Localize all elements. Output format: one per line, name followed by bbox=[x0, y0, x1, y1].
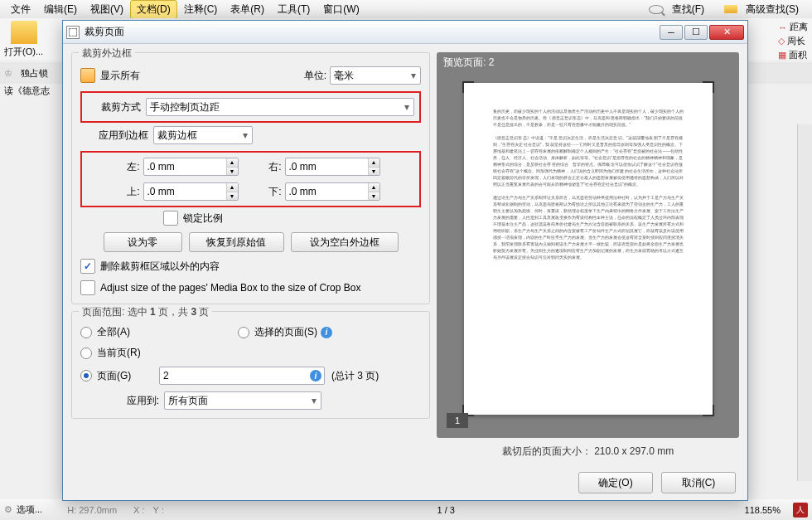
bottom-input[interactable] bbox=[285, 182, 380, 201]
up-arrow[interactable]: ▲ bbox=[368, 183, 379, 192]
info-icon[interactable]: i bbox=[310, 370, 321, 381]
radio-page[interactable] bbox=[80, 370, 92, 381]
up-arrow[interactable]: ▲ bbox=[226, 183, 238, 192]
crop-mode-highlight: 裁剪方式 手动控制页边距 bbox=[80, 91, 421, 123]
tool-distance[interactable]: ↔距离 bbox=[778, 21, 808, 33]
crop-mode-select[interactable]: 手动控制页边距 bbox=[146, 98, 414, 116]
crop-icon bbox=[66, 26, 80, 39]
preview-area: 集的历史，而破少现实的个人的活动以及物质生产活动的历史中人不再是现实的个人，破少… bbox=[437, 73, 739, 438]
options-link[interactable]: 选项... bbox=[17, 503, 42, 516]
maximize-button[interactable]: ☐ bbox=[684, 25, 708, 40]
crown-icon: ♔ bbox=[4, 68, 12, 79]
top-spinner[interactable]: ▲▼ bbox=[143, 182, 239, 201]
menu-form[interactable]: 表单(R) bbox=[224, 0, 271, 19]
set-zero-button[interactable]: 设为零 bbox=[104, 232, 182, 252]
open-icon[interactable] bbox=[11, 21, 37, 44]
radio-all[interactable] bbox=[80, 327, 92, 338]
page-input[interactable] bbox=[159, 367, 325, 385]
tool-perimeter[interactable]: ◇周长 bbox=[778, 35, 808, 47]
total-pages-label: (总计 3 页) bbox=[331, 369, 379, 383]
right-label: 右: bbox=[263, 160, 282, 174]
right-spinner[interactable]: ▲▼ bbox=[285, 158, 380, 176]
scrollbar[interactable] bbox=[797, 124, 812, 481]
dialog-title: 裁剪页面 bbox=[85, 25, 660, 39]
info-icon[interactable]: i bbox=[321, 327, 332, 338]
unit-select[interactable]: 毫米 bbox=[330, 66, 421, 85]
page-number-label: 1 bbox=[447, 413, 468, 428]
radio-selected[interactable] bbox=[238, 327, 249, 338]
down-arrow[interactable]: ▼ bbox=[368, 192, 379, 201]
top-input[interactable] bbox=[143, 182, 239, 201]
height-readout: H: 297.0mm bbox=[67, 505, 117, 515]
top-label: 上: bbox=[122, 185, 140, 199]
page-range-group: 页面范围: 选中 1 页，共 3 页 全部(A) 选择的页面(S) i 当 bbox=[71, 311, 430, 419]
dialog-titlebar[interactable]: 裁剪页面 ─ ☐ ✕ bbox=[63, 21, 747, 44]
bottom-label: 下: bbox=[263, 185, 282, 199]
left-input[interactable] bbox=[143, 158, 239, 176]
blank-margin-button[interactable]: 设为空白外边框 bbox=[291, 232, 399, 252]
tool-area[interactable]: ▦面积 bbox=[778, 49, 808, 61]
apply-to-label: 应用到: bbox=[80, 394, 159, 408]
left-spinner[interactable]: ▲▼ bbox=[143, 158, 239, 176]
crop-mode-label: 裁剪方式 bbox=[87, 100, 141, 114]
radio-page-label: 页面(G) bbox=[97, 369, 131, 383]
range-title: 页面范围: 选中 1 页，共 3 页 bbox=[79, 305, 212, 319]
x-label: X : bbox=[133, 505, 144, 515]
delete-outside-checkbox[interactable] bbox=[80, 259, 95, 274]
menu-window[interactable]: 窗口(W) bbox=[317, 0, 365, 19]
lock-ratio-checkbox[interactable] bbox=[163, 211, 178, 226]
show-all-checkbox[interactable] bbox=[80, 68, 95, 83]
crop-size-label: 裁切后的页面大小： 210.0 x 297.0 mm bbox=[437, 438, 739, 459]
menu-comment[interactable]: 注释(C) bbox=[177, 0, 225, 19]
doc-tab[interactable]: 读《德意志 bbox=[4, 85, 50, 97]
preview-header: 预览页面: 2 bbox=[437, 52, 739, 73]
down-arrow[interactable]: ▼ bbox=[226, 192, 238, 201]
left-label: 左: bbox=[122, 160, 140, 174]
up-arrow[interactable]: ▲ bbox=[226, 158, 238, 168]
apply-to-select[interactable]: 所有页面 bbox=[164, 391, 321, 410]
radio-all-label: 全部(A) bbox=[97, 325, 130, 339]
menu-edit[interactable]: 编辑(E) bbox=[37, 0, 84, 19]
apply-bbox-select[interactable]: 裁剪边框 bbox=[153, 126, 253, 144]
close-button[interactable]: ✕ bbox=[709, 25, 744, 40]
menu-document[interactable]: 文档(D) bbox=[130, 0, 177, 19]
crop-handle-tl[interactable] bbox=[462, 81, 474, 93]
down-arrow[interactable]: ▼ bbox=[226, 168, 238, 176]
search-icon bbox=[649, 5, 664, 14]
unit-label: 单位: bbox=[304, 69, 326, 83]
page-indicator[interactable]: 1 / 3 bbox=[437, 505, 454, 515]
open-label[interactable]: 打开(O)... bbox=[4, 46, 43, 58]
crop-handle-tr[interactable] bbox=[703, 81, 714, 93]
crop-handle-br[interactable] bbox=[703, 405, 714, 416]
minimize-button[interactable]: ─ bbox=[660, 25, 683, 40]
up-arrow[interactable]: ▲ bbox=[368, 158, 379, 168]
page-preview[interactable]: 集的历史，而破少现实的个人的活动以及物质生产活动的历史中人不再是现实的个人，破少… bbox=[464, 83, 713, 415]
zoom-readout[interactable]: 118.55% bbox=[745, 505, 781, 515]
apply-bbox-label: 应用到边框 bbox=[99, 129, 148, 143]
adjust-media-checkbox[interactable] bbox=[80, 280, 95, 295]
pdf-icon: 人 bbox=[793, 503, 808, 518]
crop-margins-group: 裁剪外边框 显示所有 单位: 毫米 裁剪方式 手动控制页边距 bbox=[71, 52, 430, 304]
page-content: 集的历史，而破少现实的个人的活动以及物质生产活动的历史中人不再是现实的个人，破少… bbox=[493, 108, 684, 260]
right-tools: ↔距离 ◇周长 ▦面积 bbox=[778, 21, 808, 61]
menu-tools[interactable]: 工具(T) bbox=[271, 0, 317, 19]
down-arrow[interactable]: ▼ bbox=[368, 168, 379, 176]
ok-button[interactable]: 确定(O) bbox=[578, 472, 653, 493]
crop-dialog: 裁剪页面 ─ ☐ ✕ 裁剪外边框 显示所有 单位: 毫米 bbox=[62, 20, 748, 501]
lock-ratio-label: 锁定比例 bbox=[183, 211, 223, 226]
show-all-label: 显示所有 bbox=[100, 69, 140, 83]
app-menubar: 文件 编辑(E) 视图(V) 文档(D) 注释(C) 表单(R) 工具(T) 窗… bbox=[0, 0, 812, 18]
radio-current-label: 当前页(R) bbox=[97, 346, 141, 360]
radio-selected-label: 选择的页面(S) bbox=[254, 325, 317, 339]
adjust-media-label: Adjust size of the pages' Media Box to t… bbox=[100, 282, 360, 294]
folder-icon bbox=[724, 5, 737, 13]
cancel-button[interactable]: 取消(C) bbox=[661, 472, 736, 493]
exclusive-lock[interactable]: 独占锁 bbox=[21, 67, 48, 80]
menu-view[interactable]: 视图(V) bbox=[84, 0, 130, 19]
delete-outside-label: 删除裁剪框区域以外的内容 bbox=[100, 260, 220, 274]
menu-file[interactable]: 文件 bbox=[4, 0, 37, 19]
radio-current[interactable] bbox=[80, 347, 92, 359]
bottom-spinner[interactable]: ▲▼ bbox=[285, 182, 380, 201]
right-input[interactable] bbox=[285, 158, 380, 176]
restore-button[interactable]: 恢复到原始值 bbox=[189, 232, 284, 252]
